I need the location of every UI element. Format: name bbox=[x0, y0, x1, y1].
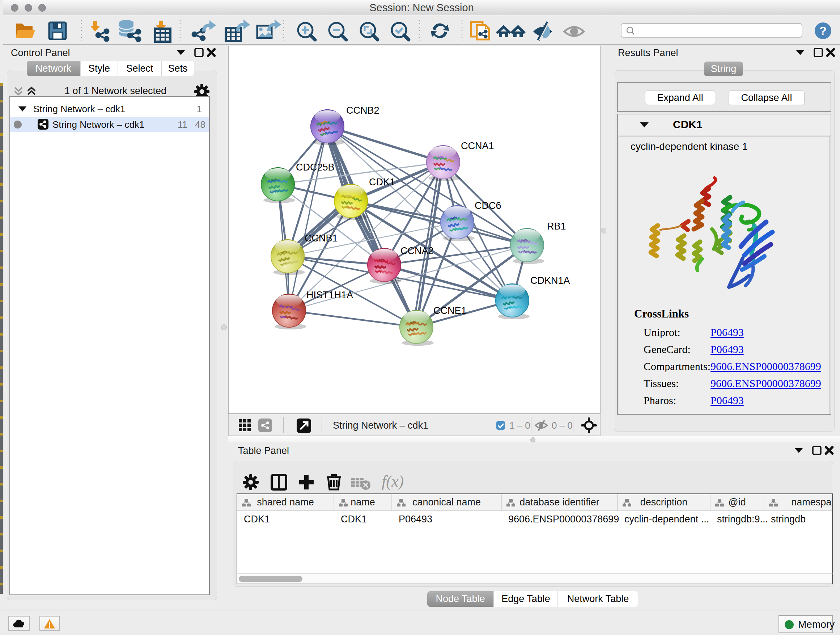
svg-text:String Network – cdk1: String Network – cdk1 bbox=[333, 420, 428, 431]
svg-text:0 – 0: 0 – 0 bbox=[552, 420, 573, 431]
svg-text:CDC25B: CDC25B bbox=[296, 162, 335, 173]
svg-text:1 – 0: 1 – 0 bbox=[509, 420, 531, 431]
svg-text:CCNB1: CCNB1 bbox=[305, 233, 338, 244]
svg-text:HIST1H1A: HIST1H1A bbox=[306, 290, 353, 301]
svg-text:CCNA1: CCNA1 bbox=[461, 141, 494, 151]
svg-text:f(x): f(x) bbox=[382, 472, 404, 490]
svg-text:CCNE1: CCNE1 bbox=[433, 305, 467, 316]
svg-text:CCNA2: CCNA2 bbox=[401, 245, 434, 256]
svg-text:?: ? bbox=[819, 24, 827, 38]
svg-text:CDK1: CDK1 bbox=[369, 177, 395, 187]
svg-text:RB1: RB1 bbox=[547, 221, 566, 232]
svg-text:CDKN1A: CDKN1A bbox=[531, 275, 570, 286]
svg-text:CDC6: CDC6 bbox=[475, 200, 501, 211]
svg-text:CCNB2: CCNB2 bbox=[346, 105, 379, 116]
